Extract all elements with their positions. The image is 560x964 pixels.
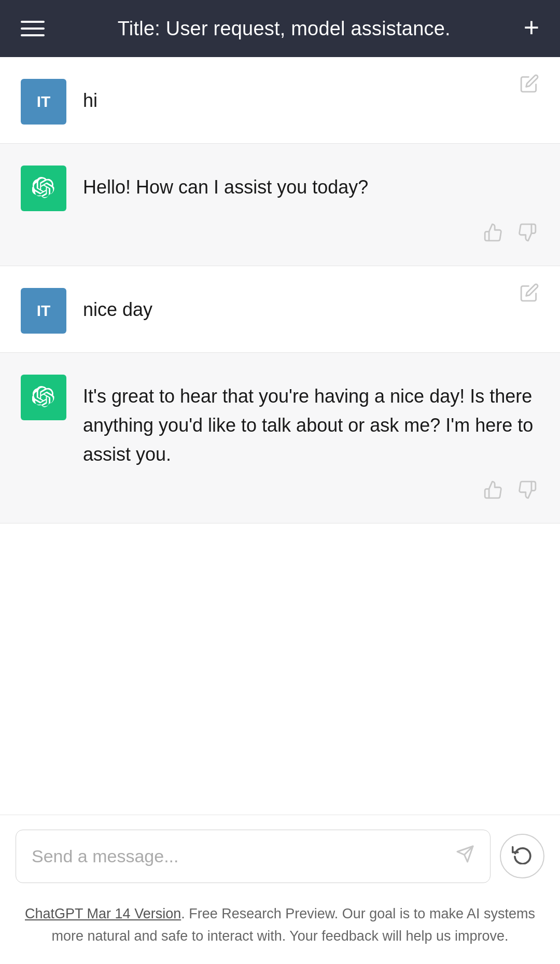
input-area: Send a message... (0, 815, 560, 893)
message-text-2: Hello! How can I assist you today? (83, 166, 539, 202)
message-input-placeholder: Send a message... (32, 846, 179, 866)
message-block-2: Hello! How can I assist you today? (0, 144, 560, 266)
action-row-4 (21, 480, 539, 504)
refresh-button[interactable] (500, 834, 544, 878)
refresh-icon (512, 844, 533, 869)
edit-icon-1[interactable] (520, 76, 539, 98)
action-row-2 (21, 223, 539, 247)
thumbs-up-button-4[interactable] (483, 480, 503, 504)
message-input-wrapper[interactable]: Send a message... (16, 830, 491, 883)
message-block-1: IT hi (0, 57, 560, 144)
message-text-4: It's great to hear that you're having a … (83, 375, 539, 469)
edit-area-3 (520, 283, 539, 307)
chat-area: IT hi Hello! How can I assist you today? (0, 57, 560, 815)
new-chat-button[interactable]: + (524, 14, 539, 41)
message-block-3: IT nice day (0, 266, 560, 353)
message-text-1: hi (83, 79, 539, 115)
message-row-4: It's great to hear that you're having a … (21, 375, 539, 469)
message-text-3: nice day (83, 288, 539, 324)
footer: ChatGPT Mar 14 Version. Free Research Pr… (0, 893, 560, 964)
edit-area-1 (520, 74, 539, 98)
message-row-1: IT hi (21, 79, 539, 125)
thumbs-down-button-4[interactable] (517, 480, 537, 504)
message-block-4: It's great to hear that you're having a … (0, 353, 560, 524)
header: Title: User request, model assistance. + (0, 0, 560, 57)
send-icon[interactable] (456, 845, 474, 868)
assistant-avatar-4 (21, 375, 66, 420)
header-title: Title: User request, model assistance. (118, 18, 451, 40)
edit-icon-3[interactable] (520, 285, 539, 307)
message-row-2: Hello! How can I assist you today? (21, 166, 539, 211)
footer-text: ChatGPT Mar 14 Version. Free Research Pr… (21, 903, 539, 947)
assistant-avatar-2 (21, 166, 66, 211)
input-row: Send a message... (16, 830, 544, 883)
thumbs-down-button-2[interactable] (517, 223, 537, 247)
thumbs-up-button-2[interactable] (483, 223, 503, 247)
message-row-3: IT nice day (21, 288, 539, 334)
user-avatar-1: IT (21, 79, 66, 125)
footer-link[interactable]: ChatGPT Mar 14 Version (25, 906, 181, 921)
menu-button[interactable] (21, 21, 45, 36)
user-avatar-3: IT (21, 288, 66, 334)
